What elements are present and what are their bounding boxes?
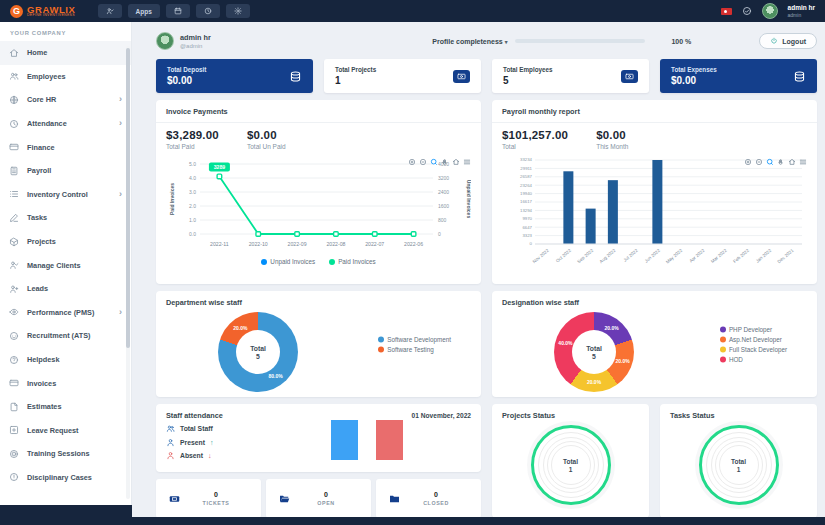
- arrow-up-icon: ↑: [210, 439, 214, 446]
- sidebar-scrollbar-thumb[interactable]: [126, 48, 130, 348]
- svg-text:Jul 2022: Jul 2022: [623, 248, 640, 263]
- legend-item[interactable]: HOD: [720, 356, 787, 363]
- attendance-bar-absent: [376, 420, 403, 460]
- pan-icon[interactable]: [777, 158, 785, 166]
- slice-percent-label: 20.0%: [615, 358, 629, 364]
- chart-toolbar: [744, 158, 807, 166]
- app-logo[interactable]: G GRAWLIX DEFINE INVENTIVENESS: [10, 5, 76, 18]
- sidebar-item-core-hr[interactable]: Core HR: [0, 88, 131, 112]
- selection-zoom-icon[interactable]: [430, 158, 438, 166]
- invoices-icon: [9, 378, 19, 388]
- estimates-icon: [9, 402, 19, 412]
- payroll-total-label: Total: [502, 143, 568, 150]
- sidebar-item-leads[interactable]: Leads: [0, 277, 131, 301]
- projects-status-radial-chart[interactable]: Total 1: [531, 425, 611, 505]
- donut-center: Total 5: [572, 330, 616, 374]
- attendance-bar-chart[interactable]: [331, 420, 403, 460]
- sidebar-item-home[interactable]: Home: [0, 41, 131, 65]
- completeness-value: 100 %: [671, 38, 691, 45]
- svg-text:3200: 3200: [438, 175, 449, 181]
- department-donut-chart[interactable]: Total 5 80.0%20.0%: [218, 312, 298, 392]
- legend-item[interactable]: PHP Developer: [720, 326, 787, 333]
- sidebar-item-finance[interactable]: Finance: [0, 135, 131, 159]
- topbar: G GRAWLIX DEFINE INVENTIVENESS Apps admi…: [0, 0, 825, 22]
- zoom-out-icon[interactable]: [755, 158, 763, 166]
- settings-button[interactable]: [226, 4, 250, 18]
- sidebar-item-tasks[interactable]: Tasks: [0, 206, 131, 230]
- logout-button[interactable]: Logout: [759, 33, 817, 49]
- profile-avatar[interactable]: [156, 32, 174, 50]
- menu-icon[interactable]: [799, 158, 807, 166]
- person-icon: [166, 438, 175, 447]
- tasks-icon: [9, 213, 19, 223]
- zoom-in-icon[interactable]: [408, 158, 416, 166]
- panel-title: Payroll monthly report: [492, 100, 817, 123]
- topbar-user-name: admin hr: [788, 4, 815, 12]
- sidebar-item-training-sessions[interactable]: Training Sessions: [0, 442, 131, 466]
- legend-item[interactable]: Software Testing: [378, 346, 451, 353]
- banknote-icon: [453, 70, 470, 83]
- total-unpaid-value: $0.00: [247, 129, 286, 141]
- svg-text:3289: 3289: [214, 164, 226, 170]
- topbar-avatar[interactable]: [762, 3, 778, 19]
- home-icon[interactable]: [788, 158, 796, 166]
- chevron-right-icon: [119, 95, 122, 104]
- designation-donut-chart[interactable]: Total 5 20.0%20.0%20.0%40.0%: [554, 312, 634, 392]
- legend-dot: [261, 259, 267, 265]
- legend-item[interactable]: Asp.Net Developer: [720, 336, 787, 343]
- legend-item[interactable]: Software Development: [378, 336, 451, 343]
- chevron-right-icon: [119, 190, 122, 199]
- slice-percent-label: 20.0%: [233, 325, 247, 331]
- payroll-bar-chart[interactable]: 0332366479970132941661719940232642658729…: [502, 154, 807, 276]
- legend-dot: [720, 346, 726, 352]
- attendance-bar-present: [331, 420, 358, 460]
- staff-attendance-panel: Staff attendance 01 November, 2022 Total…: [156, 404, 481, 472]
- sidebar-item-inventory-control[interactable]: Inventory Control: [0, 183, 131, 207]
- sidebar-item-invoices[interactable]: Invoices: [0, 371, 131, 395]
- sidebar-item-manage-clients[interactable]: Manage Clients: [0, 253, 131, 277]
- legend-item[interactable]: Full Stack Developer: [720, 346, 787, 353]
- home-icon[interactable]: [452, 158, 460, 166]
- radial-center: Total 1: [702, 428, 776, 502]
- zoom-out-icon[interactable]: [419, 158, 427, 166]
- sidebar-item-projects[interactable]: Projects: [0, 230, 131, 254]
- svg-text:1600: 1600: [438, 203, 449, 209]
- pan-icon[interactable]: [441, 158, 449, 166]
- sidebar-item-attendance[interactable]: Attendance: [0, 112, 131, 136]
- sidebar-item-estimates[interactable]: Estimates: [0, 395, 131, 419]
- legend-item[interactable]: Unpaid Invoices: [261, 258, 315, 265]
- sidebar-item-helpdesk[interactable]: Helpdesk: [0, 348, 131, 372]
- tasks-status-radial-chart[interactable]: Total 1: [699, 425, 779, 505]
- selection-zoom-icon[interactable]: [766, 158, 774, 166]
- sidebar-item-employees[interactable]: Employees: [0, 65, 131, 89]
- user-roles-button[interactable]: [98, 4, 122, 18]
- sidebar-item-performance-pms[interactable]: Performance (PMS): [0, 301, 131, 325]
- language-flag-icon[interactable]: [721, 8, 732, 15]
- sidebar-item-payroll[interactable]: Payroll: [0, 159, 131, 183]
- invoice-line-chart[interactable]: 5.040004.032003.024002.016001.08000.0020…: [166, 154, 471, 258]
- stat-card-total-employees: Total Employees5: [492, 59, 649, 93]
- svg-text:May 2022: May 2022: [665, 248, 684, 265]
- attendance-row-absent: Absent↓: [166, 451, 471, 460]
- menu-icon[interactable]: [463, 158, 471, 166]
- history-button[interactable]: [196, 4, 220, 18]
- topbar-user-block[interactable]: admin hr admin: [788, 4, 815, 18]
- main-content: admin hr @admin Profile completeness ▾ 1…: [132, 22, 825, 517]
- svg-text:Feb 2022: Feb 2022: [732, 248, 750, 264]
- sidebar-section-label: YOUR COMPANY: [0, 22, 131, 41]
- sidebar-item-leave-request[interactable]: Leave Request: [0, 419, 131, 443]
- calendar-button[interactable]: [166, 4, 190, 18]
- sidebar-item-disciplinary-cases[interactable]: Disciplinary Cases: [0, 466, 131, 490]
- banknote-icon: [621, 70, 638, 83]
- sidebar: YOUR COMPANY Home Employees Core HR Atte…: [0, 22, 132, 505]
- sidebar-item-recruitment-ats[interactable]: Recruitment (ATS): [0, 324, 131, 348]
- total-paid-value: $3,289.00: [166, 129, 219, 141]
- profile-completeness-label[interactable]: Profile completeness ▾: [432, 38, 507, 45]
- check-circle-icon[interactable]: [742, 6, 752, 16]
- payroll-total-value: $101,257.00: [502, 129, 568, 141]
- legend-dot: [378, 346, 384, 352]
- core-hr-icon: [9, 95, 19, 105]
- apps-button[interactable]: Apps: [128, 4, 160, 18]
- legend-item[interactable]: Paid Invoices: [329, 258, 375, 265]
- zoom-in-icon[interactable]: [744, 158, 752, 166]
